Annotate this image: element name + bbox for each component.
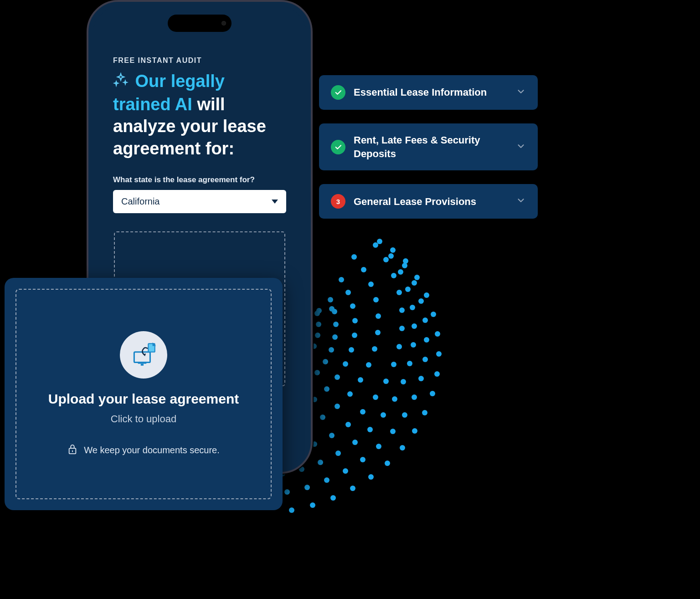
svg-point-20	[373, 242, 378, 248]
svg-point-116	[431, 312, 436, 317]
svg-point-94	[412, 394, 417, 400]
svg-point-54	[323, 359, 328, 364]
upload-dropzone[interactable]: Upload your lease agreement Click to upl…	[15, 289, 272, 499]
svg-point-97	[424, 337, 429, 343]
svg-point-67	[316, 322, 321, 327]
svg-point-105	[330, 495, 336, 501]
svg-point-95	[418, 376, 424, 381]
svg-point-42	[343, 361, 348, 367]
svg-point-43	[349, 347, 354, 353]
upload-panel: Upload your lease agreement Click to upl…	[5, 278, 283, 510]
svg-point-73	[352, 440, 358, 445]
svg-point-110	[412, 428, 417, 434]
svg-point-10	[360, 409, 365, 415]
svg-point-87	[304, 485, 310, 490]
secure-text: We keep your documents secure.	[84, 445, 220, 456]
svg-point-68	[314, 311, 320, 316]
svg-point-102	[390, 247, 396, 253]
svg-point-107	[368, 474, 374, 480]
svg-point-98	[422, 317, 428, 323]
svg-point-77	[401, 379, 406, 384]
secure-note: We keep your documents secure.	[67, 443, 220, 457]
svg-point-82	[405, 287, 411, 292]
category-card-general-lease-provisions[interactable]: 3 General Lease Provisions	[319, 184, 538, 219]
svg-point-75	[381, 412, 386, 418]
svg-point-31	[376, 313, 381, 319]
svg-point-96	[422, 357, 428, 362]
headline-part-2: AI	[175, 95, 192, 114]
category-title: Rent, Late Fees & Security Deposits	[354, 133, 508, 160]
chevron-down-icon	[516, 141, 526, 153]
upload-icon	[120, 331, 167, 379]
svg-point-89	[343, 468, 348, 474]
status-ok-icon	[331, 85, 345, 100]
svg-point-86	[284, 489, 290, 495]
svg-point-109	[400, 445, 405, 451]
svg-point-111	[422, 410, 427, 415]
warning-count: 3	[336, 198, 340, 205]
svg-point-26	[347, 391, 353, 397]
svg-point-53	[314, 370, 320, 375]
svg-point-3	[316, 308, 322, 313]
svg-point-108	[385, 461, 390, 466]
svg-point-99	[418, 298, 424, 304]
svg-rect-120	[134, 352, 150, 362]
svg-point-34	[361, 267, 366, 272]
svg-point-17	[396, 290, 402, 295]
svg-point-16	[399, 307, 405, 313]
category-card-essential-lease-information[interactable]: Essential Lease Information	[319, 75, 538, 110]
svg-point-80	[412, 323, 417, 329]
status-warning-badge: 3	[331, 194, 345, 209]
svg-rect-126	[72, 450, 73, 452]
svg-point-57	[333, 322, 339, 327]
svg-point-41	[335, 374, 340, 380]
eyebrow-label: FREE INSTANT AUDIT	[113, 56, 286, 65]
svg-point-25	[335, 404, 340, 409]
svg-point-81	[410, 305, 415, 310]
dynamic-island	[168, 15, 232, 32]
svg-point-114	[436, 351, 442, 357]
svg-point-113	[434, 371, 440, 377]
svg-point-83	[398, 269, 403, 275]
svg-point-103	[289, 507, 294, 513]
chevron-down-icon	[516, 195, 526, 207]
svg-point-48	[339, 277, 344, 282]
svg-point-27	[358, 377, 363, 383]
lock-icon	[67, 443, 77, 457]
state-select-value: California	[121, 196, 160, 207]
svg-point-58	[332, 309, 337, 314]
svg-point-8	[329, 433, 335, 438]
svg-point-32	[373, 297, 379, 302]
svg-point-29	[372, 346, 377, 352]
state-select[interactable]: California	[113, 190, 286, 213]
svg-point-106	[350, 486, 355, 491]
svg-point-91	[376, 444, 381, 449]
camera-dot-icon	[221, 21, 226, 26]
upload-title: Upload your lease agreement	[48, 391, 239, 407]
svg-point-79	[411, 342, 416, 348]
svg-point-74	[367, 427, 373, 432]
headline: Our legally trained AI will analyze your…	[113, 70, 286, 160]
svg-point-85	[377, 239, 382, 244]
svg-point-56	[332, 334, 338, 340]
svg-point-93	[402, 412, 407, 418]
status-ok-icon	[331, 140, 345, 154]
svg-point-13	[391, 362, 396, 367]
svg-rect-122	[141, 363, 144, 365]
svg-point-88	[324, 477, 329, 483]
svg-point-115	[435, 331, 440, 337]
svg-point-24	[320, 415, 325, 420]
svg-point-78	[407, 361, 412, 366]
svg-point-104	[310, 502, 315, 508]
svg-point-66	[315, 333, 320, 338]
svg-point-119	[403, 258, 408, 264]
chevron-down-icon	[516, 87, 526, 98]
category-card-rent-fees-deposits[interactable]: Rent, Late Fees & Security Deposits	[319, 123, 538, 170]
svg-point-14	[396, 344, 402, 349]
caret-down-icon	[272, 200, 278, 204]
svg-rect-121	[138, 362, 147, 363]
svg-point-47	[345, 290, 351, 295]
svg-point-11	[373, 394, 378, 400]
svg-point-28	[366, 362, 371, 368]
svg-point-92	[390, 429, 396, 434]
